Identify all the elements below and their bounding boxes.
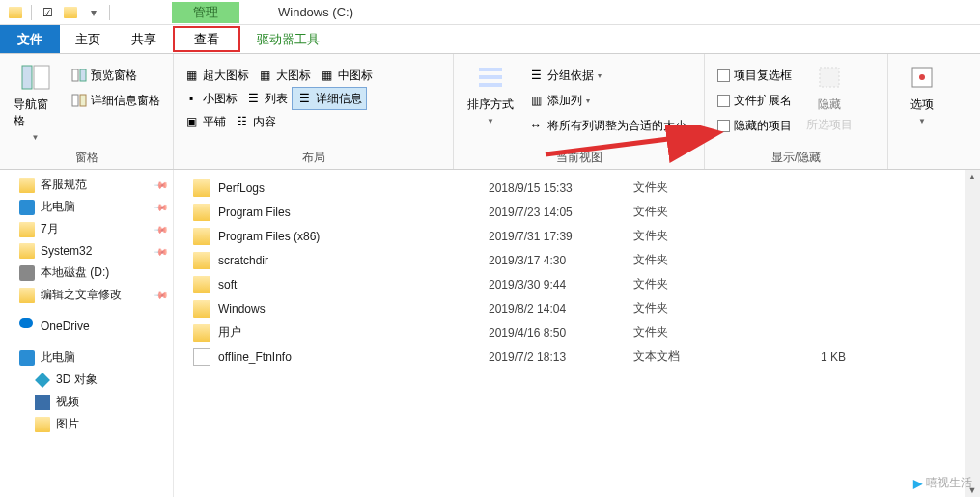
- file-row[interactable]: scratchdir2019/3/17 4:30文件夹: [193, 248, 980, 272]
- folder-qat-icon[interactable]: [62, 4, 79, 21]
- sidebar-item[interactable]: 编辑之文章修改: [0, 284, 173, 306]
- folder-icon: [193, 324, 210, 342]
- contextual-tab-manage[interactable]: 管理: [172, 2, 239, 23]
- tab-share[interactable]: 共享: [116, 25, 172, 53]
- file-date: 2019/8/2 14:04: [489, 302, 633, 316]
- svg-rect-4: [72, 95, 78, 106]
- file-type: 文件夹: [633, 228, 749, 244]
- sidebar-item[interactable]: 7月: [0, 218, 173, 240]
- size-columns-icon: ↔: [528, 118, 544, 133]
- file-name: Program Files: [218, 206, 489, 219]
- content-icon: ☷: [234, 114, 249, 129]
- svg-rect-8: [479, 83, 502, 87]
- hidden-items-toggle[interactable]: 隐藏的项目: [714, 114, 796, 137]
- file-type: 文件夹: [633, 276, 749, 292]
- group-label-layout: 布局: [180, 147, 447, 169]
- folder-icon: [193, 228, 210, 245]
- file-name: scratchdir: [218, 254, 489, 267]
- folder-icon: [19, 243, 35, 259]
- sidebar-item[interactable]: 图片: [0, 413, 173, 435]
- file-date: 2019/7/23 14:05: [489, 206, 633, 219]
- file-type: 文件夹: [633, 179, 749, 196]
- file-name: 用户: [218, 324, 489, 341]
- file-row[interactable]: 用户2019/4/16 8:50文件夹: [193, 320, 980, 345]
- sort-by-button[interactable]: 排序方式 ▼: [460, 58, 521, 129]
- sidebar-item-label: 3D 对象: [56, 372, 98, 388]
- layout-details[interactable]: ☰详细信息: [292, 87, 367, 110]
- group-label-panes: 窗格: [6, 147, 167, 169]
- tab-drive-tools[interactable]: 驱动器工具: [241, 25, 335, 53]
- nav-pane-button[interactable]: 导航窗格 ▼: [6, 58, 65, 146]
- folder-icon: [19, 178, 35, 193]
- scrollbar-vertical[interactable]: ▲ ▼: [965, 170, 980, 497]
- sidebar-item-label: 客服规范: [41, 177, 87, 193]
- details-pane-button[interactable]: 详细信息窗格: [68, 89, 164, 112]
- layout-tiles[interactable]: ▣平铺: [180, 110, 230, 133]
- tab-view[interactable]: 查看: [173, 26, 240, 52]
- file-date: 2018/9/15 15:33: [489, 181, 633, 195]
- sidebar-item[interactable]: 本地磁盘 (D:): [0, 262, 173, 284]
- item-checkboxes-toggle[interactable]: 项目复选框: [714, 64, 796, 87]
- ribbon: 导航窗格 ▼ 预览窗格 详细信息窗格 窗格 ▦超大图标 ▦大图标 ▦中图标: [0, 54, 980, 170]
- tab-home[interactable]: 主页: [60, 25, 116, 53]
- nav-pane-icon: [20, 62, 51, 93]
- layout-large[interactable]: ▦大图标: [253, 64, 315, 87]
- sidebar-item[interactable]: 此电脑: [0, 196, 173, 218]
- layout-medium[interactable]: ▦中图标: [315, 64, 377, 87]
- svg-rect-6: [479, 68, 502, 71]
- file-name: soft: [218, 278, 489, 291]
- file-row[interactable]: offline_FtnInfo2019/7/2 18:13文本文档1 KB: [193, 345, 980, 369]
- sidebar-item[interactable]: 视频: [0, 391, 173, 413]
- size-all-columns-button[interactable]: ↔将所有列调整为合适的大小: [524, 114, 690, 137]
- ribbon-group-show-hide: 项目复选框 文件扩展名 隐藏的项目 隐藏 所选项目 显示/隐藏: [705, 54, 888, 169]
- large-icon: ▦: [257, 68, 272, 83]
- scroll-up-icon[interactable]: ▲: [966, 170, 979, 183]
- file-type: 文件夹: [633, 204, 749, 220]
- qat-dropdown-icon[interactable]: ▾: [85, 4, 102, 21]
- details-pane-icon: [71, 93, 87, 108]
- file-row[interactable]: PerfLogs2018/9/15 15:33文件夹: [193, 176, 980, 200]
- watermark-logo-icon: ▶: [913, 477, 922, 490]
- cube-icon: [35, 373, 50, 388]
- add-columns-button[interactable]: ▥添加列▾: [524, 89, 690, 112]
- group-by-button[interactable]: ☰分组依据▾: [524, 64, 690, 87]
- navigation-sidebar[interactable]: 客服规范此电脑7月System32本地磁盘 (D:)编辑之文章修改 OneDri…: [0, 170, 174, 497]
- sidebar-item[interactable]: 客服规范: [0, 174, 173, 196]
- sidebar-this-pc[interactable]: 此电脑: [0, 346, 173, 369]
- file-list[interactable]: PerfLogs2018/9/15 15:33文件夹Program Files2…: [174, 170, 980, 497]
- sidebar-item-label: 视频: [56, 394, 79, 410]
- layout-content[interactable]: ☷内容: [230, 110, 280, 133]
- checkbox-qat-icon[interactable]: ☑: [39, 4, 56, 21]
- layout-list[interactable]: ☰列表: [241, 87, 292, 110]
- sidebar-item[interactable]: 3D 对象: [0, 369, 173, 391]
- file-row[interactable]: Program Files (x86)2019/7/31 17:39文件夹: [193, 224, 980, 248]
- file-row[interactable]: soft2019/3/30 9:44文件夹: [193, 272, 980, 296]
- tab-file[interactable]: 文件: [0, 25, 60, 53]
- layout-extra-large[interactable]: ▦超大图标: [180, 64, 253, 87]
- layout-small[interactable]: ▪小图标: [180, 87, 241, 110]
- hide-selected-button[interactable]: 隐藏 所选项目: [798, 58, 860, 137]
- svg-rect-1: [34, 66, 49, 89]
- ribbon-group-layout: ▦超大图标 ▦大图标 ▦中图标 ▪小图标 ☰列表 ☰详细信息 ▣平铺 ☷内容 布…: [174, 54, 454, 169]
- small-icon: ▪: [183, 91, 199, 106]
- options-button[interactable]: 选项 ▼: [899, 58, 945, 129]
- svg-rect-2: [72, 69, 78, 81]
- file-extensions-toggle[interactable]: 文件扩展名: [714, 89, 796, 112]
- file-date: 2019/7/31 17:39: [489, 230, 633, 243]
- file-row[interactable]: Program Files2019/7/23 14:05文件夹: [193, 200, 980, 224]
- file-row[interactable]: Windows2019/8/2 14:04文件夹: [193, 296, 980, 320]
- file-name: offline_FtnInfo: [218, 350, 489, 364]
- ribbon-group-options: 选项 ▼: [888, 54, 956, 169]
- hide-icon: [814, 62, 845, 93]
- sidebar-item[interactable]: System32: [0, 240, 173, 262]
- list-icon: ☰: [245, 91, 261, 106]
- sidebar-item-label: 编辑之文章修改: [41, 287, 122, 303]
- monitor-icon: [19, 350, 35, 366]
- svg-point-11: [919, 74, 925, 80]
- folder-icon: [19, 288, 35, 303]
- drive-icon: [19, 265, 35, 281]
- preview-pane-button[interactable]: 预览窗格: [68, 64, 164, 87]
- sidebar-onedrive[interactable]: OneDrive: [0, 316, 173, 337]
- file-date: 2019/3/30 9:44: [489, 278, 633, 291]
- checkbox-icon: [717, 120, 730, 132]
